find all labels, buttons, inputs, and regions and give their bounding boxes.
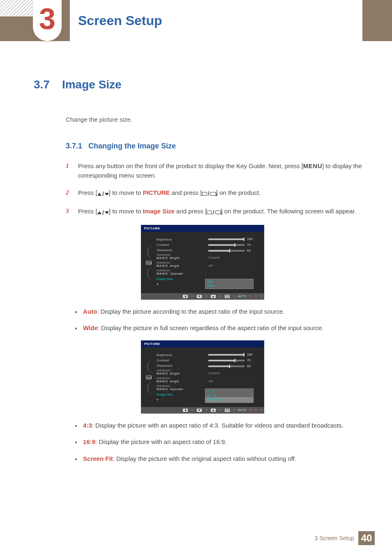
option-text: : Display the picture with the original …: [113, 455, 297, 462]
scroll-down-icon: ▾: [157, 282, 202, 287]
osd-screenshot-1: PICTURE Brightness Contrast Sharpness SA…: [141, 225, 264, 300]
option-text: : Display the picture with an aspect rat…: [95, 438, 226, 445]
subsection-number: 3.7.1: [66, 142, 82, 150]
osd-title: PICTURE: [141, 225, 264, 232]
bullet-dot-icon: ●: [75, 456, 77, 464]
osd-footer: AUTO ⏻: [141, 293, 264, 300]
option-text: : Display the picture with an aspect rat…: [92, 422, 344, 429]
osd-body: Brightness Contrast Sharpness SAMSUNGMAG…: [141, 347, 264, 407]
value-magic-bright: Custom: [208, 371, 220, 375]
bullet-screen-fit: ● Screen Fit: Display the picture with t…: [75, 454, 371, 464]
option-label: Wide: [83, 324, 98, 331]
page-number: 40: [358, 531, 375, 545]
osd-item-image-size: Image Size: [157, 276, 202, 282]
value-brightness: 100: [247, 353, 254, 356]
scroll-down-icon: ▾: [157, 397, 202, 402]
osd-item-list: Brightness Contrast Sharpness SAMSUNGMAG…: [157, 352, 202, 403]
step-3: 3 Press [/] to move to Image Size and pr…: [66, 206, 371, 217]
value-sharpness: 60: [247, 364, 254, 368]
dropdown-option: 4 : 3: [207, 389, 251, 393]
slider-brightness: [208, 238, 244, 240]
osd-item-magic-bright: SAMSUNGMAGIC Bright: [157, 368, 202, 376]
osd-item-magic-upscale: SAMSUNGMAGIC Upscale: [157, 268, 202, 276]
value-contrast: 75: [247, 243, 254, 247]
option-label: 16:9: [83, 438, 95, 445]
text: ] to move to: [109, 208, 143, 215]
step-number: 3: [66, 206, 71, 217]
up-down-key-icon: /: [97, 208, 109, 217]
step-text: Press [/] to move to Image Size and pres…: [78, 206, 371, 217]
picture-label: PICTURE: [143, 189, 170, 196]
image-size-dropdown: Auto Wide: [205, 279, 254, 289]
slider-sharpness: [208, 250, 244, 252]
option-bullets-1: ● Auto: Display the picture according to…: [75, 307, 371, 333]
slider-brightness: [208, 354, 244, 356]
osd-item-image-size: Image Size: [157, 392, 202, 397]
power-icon: ⏻: [254, 294, 258, 298]
osd-item-list: Brightness Contrast Sharpness SAMSUNGMAG…: [157, 237, 202, 289]
section-title: Image Size: [62, 78, 122, 91]
slider-contrast: [208, 244, 244, 246]
bullet-dot-icon: ●: [75, 325, 77, 333]
nav-up-icon: [210, 408, 217, 413]
steps-list: 1 Press any button on the front of the p…: [66, 161, 371, 217]
osd-values: :100 :75 :60 :Custom :Off : Auto Wide: [205, 237, 261, 289]
nav-up-icon: [210, 294, 217, 299]
step-2: 2 Press [/] to move to PICTURE and press…: [66, 188, 371, 199]
value-magic-angle: Off: [208, 264, 213, 268]
step-number: 1: [66, 161, 71, 180]
osd-item-magic-angle: SAMSUNGMAGIC Angle: [157, 261, 202, 268]
text: Press [: [78, 189, 97, 196]
osd-footer: AUTO ⏻: [141, 407, 264, 414]
osd-title: PICTURE: [141, 340, 264, 347]
enter-key-icon: /: [202, 189, 216, 198]
section-number: 3.7: [34, 78, 50, 91]
bullet-auto: ● Auto: Display the picture according to…: [75, 307, 371, 317]
text: and press [: [170, 189, 202, 196]
nav-left-icon: [182, 294, 189, 299]
nav-down-icon: [196, 294, 203, 299]
power-icon: ⏻: [254, 408, 258, 412]
bullet-dot-icon: ●: [75, 309, 77, 317]
step-text: Press [/] to move to PICTURE and press […: [78, 188, 371, 199]
decorative-stripes: [0, 0, 33, 16]
dropdown-option-selected: Screen Fit: [205, 397, 253, 402]
page-content: 3.7 Image Size Change the picture size. …: [0, 41, 392, 463]
osd-left-icons: [144, 352, 153, 403]
step-1: 1 Press any button on the front of the p…: [66, 161, 371, 180]
osd-item-sharpness: Sharpness: [157, 247, 202, 253]
text: and press [: [175, 208, 207, 215]
enter-key-icon: /: [207, 208, 221, 217]
auto-label: AUTO: [238, 295, 247, 298]
osd-item-contrast: Contrast: [157, 358, 202, 363]
header-bar: 3 Screen Setup: [0, 0, 392, 41]
auto-label: AUTO: [238, 409, 247, 412]
bullet-4-3: ● 4:3: Display the picture with an aspec…: [75, 421, 371, 430]
osd-item-contrast: Contrast: [157, 242, 202, 247]
slider-contrast: [208, 360, 244, 361]
option-label: Auto: [83, 308, 97, 315]
text: ] to move to: [109, 189, 143, 196]
osd-left-icons: [144, 237, 153, 289]
osd-item-brightness: Brightness: [157, 237, 202, 242]
nav-enter-icon: [224, 294, 231, 299]
chapter-title: Screen Setup: [70, 0, 392, 41]
text: ] on the product.: [216, 189, 261, 196]
option-label: 4:3: [83, 422, 92, 429]
osd-screenshot-2: PICTURE Brightness Contrast Sharpness SA…: [141, 340, 264, 414]
dropdown-option: Auto: [207, 280, 251, 284]
chapter-number: 3: [39, 4, 55, 34]
bullet-dot-icon: ●: [75, 423, 77, 430]
value-magic-bright: Custom: [208, 256, 220, 259]
value-magic-angle: Off: [208, 379, 213, 383]
option-text: : Display the picture according to the a…: [97, 308, 284, 315]
bullet-dot-icon: ●: [75, 439, 77, 447]
osd-body: Brightness Contrast Sharpness SAMSUNGMAG…: [141, 232, 264, 293]
header-right-block: [362, 0, 392, 41]
value-sharpness: 60: [247, 249, 254, 252]
subsection-heading: 3.7.1 Changing the Image Size: [66, 142, 371, 150]
option-text: : Display the picture in full screen reg…: [98, 324, 323, 331]
text: Press any button on the front of the pro…: [78, 162, 303, 169]
arc-icon: [148, 267, 152, 280]
step-number: 2: [66, 188, 71, 199]
